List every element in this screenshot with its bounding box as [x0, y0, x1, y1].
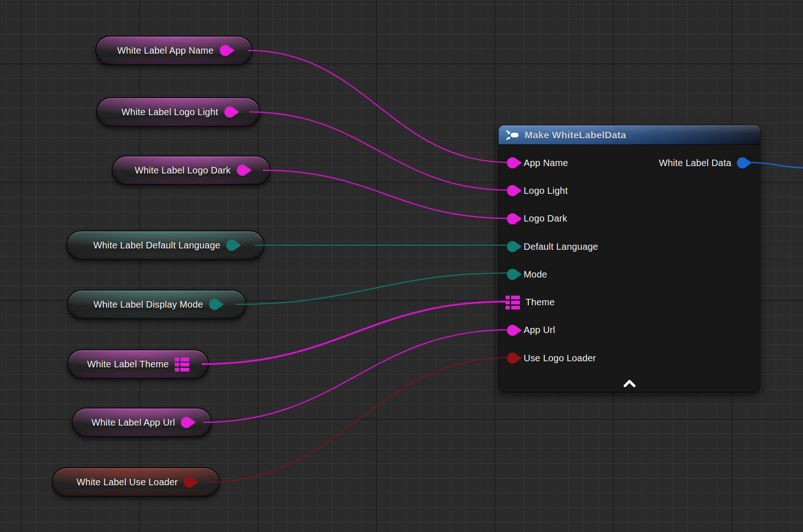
variable-node-white-label-logo-dark[interactable]: White Label Logo Dark	[112, 155, 271, 185]
pin-label: Logo Dark	[524, 213, 567, 224]
wire-theme[interactable]	[202, 302, 506, 364]
wire-app-url[interactable]	[203, 330, 509, 422]
variable-label: White Label Use Loader	[77, 477, 178, 488]
pin-row: App Name White Label Data	[499, 149, 760, 177]
pin-label: Default Language	[524, 241, 598, 252]
pin-row: Mode	[499, 260, 760, 288]
pin-row: Logo Dark	[499, 205, 760, 233]
output-pin-text[interactable]	[224, 106, 235, 118]
pin-row: Logo Light	[499, 177, 760, 204]
output-pin-enum[interactable]	[209, 299, 220, 310]
variable-node-white-label-logo-light[interactable]: White Label Logo Light	[96, 97, 260, 127]
pin-row: Theme	[499, 288, 760, 316]
make-struct-icon	[505, 129, 519, 142]
input-pin-app-url[interactable]	[507, 325, 518, 336]
variable-node-white-label-theme[interactable]: White Label Theme	[67, 349, 209, 379]
variable-node-white-label-default-language[interactable]: White Label Default Language	[66, 230, 265, 260]
collapse-node-button[interactable]	[622, 377, 637, 390]
variable-node-white-label-display-mode[interactable]: White Label Display Mode	[67, 290, 247, 319]
make-whitelabeldata-node[interactable]: Make WhiteLabelData App Name White Label…	[498, 125, 760, 392]
variable-node-white-label-use-loader[interactable]: White Label Use Loader	[52, 467, 220, 497]
pin-row: Use Logo Loader	[499, 344, 760, 372]
pin-label: Logo Light	[524, 186, 568, 196]
pin-label: Use Logo Loader	[524, 353, 596, 364]
variable-node-white-label-app-name[interactable]: White Label App Name	[95, 36, 253, 65]
input-pin-use-logo-loader[interactable]	[507, 353, 518, 364]
wire-logo-light[interactable]	[249, 112, 509, 190]
chevron-up-icon	[623, 380, 636, 387]
variable-label: White Label Theme	[87, 359, 168, 370]
pin-row: App Url	[499, 316, 760, 344]
pin-label: App Url	[524, 325, 555, 335]
output-pin-text[interactable]	[181, 417, 192, 428]
variable-label: White Label Display Mode	[93, 299, 203, 310]
output-pin-bool[interactable]	[184, 476, 195, 488]
node-title: Make WhiteLabelData	[525, 130, 626, 141]
input-pin-logo-light[interactable]	[507, 185, 518, 196]
variable-label: White Label Default Language	[93, 240, 221, 251]
input-pin-mode[interactable]	[507, 269, 518, 280]
input-pin-app-name[interactable]	[507, 157, 518, 168]
output-pin-white-label-data[interactable]	[737, 157, 748, 168]
pin-label: Mode	[524, 269, 547, 280]
variable-label: White Label App Url	[92, 417, 175, 428]
variable-node-white-label-app-url[interactable]: White Label App Url	[72, 408, 212, 437]
output-pin-struct-icon[interactable]	[175, 357, 189, 371]
variable-label: White Label Logo Dark	[135, 165, 231, 176]
pin-rows: App Name White Label Data Logo Light Log…	[499, 145, 760, 372]
input-pin-theme-struct-icon[interactable]	[506, 295, 520, 309]
wire-logo-dark[interactable]	[263, 170, 509, 218]
variable-label: White Label Logo Light	[122, 107, 218, 118]
wire-app-name[interactable]	[248, 50, 509, 162]
node-header[interactable]: Make WhiteLabelData	[499, 125, 760, 145]
wire-display-mode[interactable]	[235, 273, 509, 304]
output-pin-text[interactable]	[237, 165, 248, 176]
input-pin-logo-dark[interactable]	[507, 213, 518, 224]
variable-label: White Label App Name	[117, 45, 214, 56]
blueprint-graph-canvas[interactable]: White Label App Name White Label Logo Li…	[0, 0, 803, 532]
pin-label: Theme	[525, 297, 555, 308]
output-pin-text[interactable]	[220, 45, 231, 56]
input-pin-default-language[interactable]	[507, 241, 518, 252]
output-pin-label: White Label Data	[659, 158, 731, 168]
pin-label: App Name	[524, 158, 568, 168]
output-pin-enum[interactable]	[226, 240, 237, 251]
wire-use-loader[interactable]	[208, 358, 509, 482]
pin-row: Default Language	[499, 233, 760, 260]
